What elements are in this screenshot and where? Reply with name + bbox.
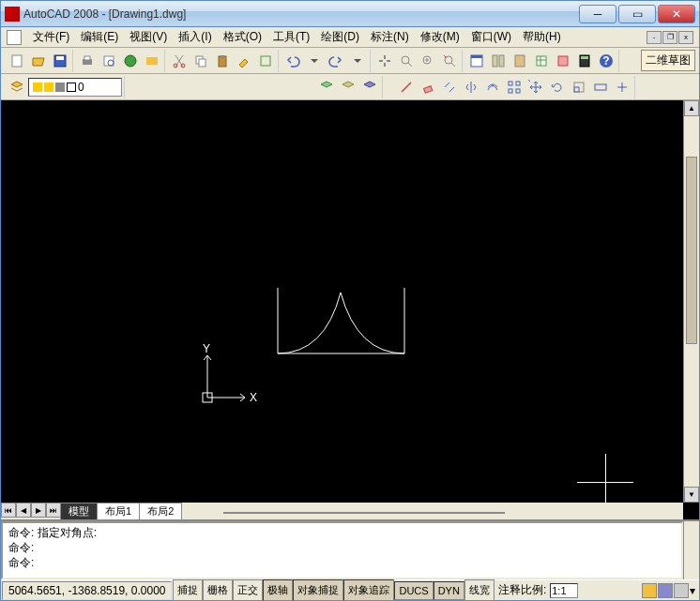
document-icon[interactable] [7,30,22,45]
menu-edit[interactable]: 编辑(E) [75,27,124,47]
paste-button[interactable] [212,51,233,71]
menu-dim[interactable]: 标注(N) [365,27,415,47]
undo-drop-icon[interactable] [304,51,325,71]
erase-button[interactable] [418,77,438,98]
anno-visibility-icon[interactable] [642,583,657,598]
toggle-otrack[interactable]: 对象追踪 [343,579,394,601]
toggle-polar[interactable]: 极轴 [263,579,293,601]
titlebar: AutoCAD 2008 - [Drawing1.dwg] ─ ▭ ✕ [1,1,699,27]
menu-modify[interactable]: 修改(M) [415,27,465,47]
mdi-minimize-button[interactable]: - [647,31,662,44]
svg-text:?: ? [602,54,609,68]
tab-next-button[interactable]: ▶ [31,503,46,518]
mdi-restore-button[interactable]: ❐ [662,31,677,44]
tab-prev-button[interactable]: ◀ [16,503,31,518]
redo-button[interactable] [326,51,346,71]
print-preview-button[interactable] [99,51,119,71]
design-center-button[interactable] [488,51,509,71]
vertical-scrollbar[interactable]: ▲ ▼ [683,100,699,503]
sheet-set-button[interactable] [531,51,552,71]
menu-file[interactable]: 文件(F) [27,27,75,47]
markup-button[interactable] [553,51,573,71]
print-button[interactable] [77,51,98,71]
open-button[interactable] [28,51,49,71]
zoom-window-button[interactable] [418,51,438,71]
anno-autoscale-icon[interactable] [658,583,673,598]
tab-model[interactable]: 模型 [60,503,98,519]
scale-button[interactable] [569,77,589,98]
menu-format[interactable]: 格式(O) [218,27,267,47]
trim-button[interactable] [612,77,632,98]
svg-rect-15 [261,56,270,66]
drawing-content [273,278,414,372]
plot-button[interactable] [142,51,162,71]
tool-palettes-button[interactable] [510,51,530,71]
status-tray-icon[interactable] [674,583,689,598]
toggle-lwt[interactable]: 线宽 [464,579,495,601]
menu-help[interactable]: 帮助(H) [517,27,567,47]
minimize-button[interactable]: ─ [579,5,616,23]
coords-display[interactable]: 5064.5651, -1368.8519, 0.0000 [2,581,172,600]
line-button[interactable] [396,77,417,98]
maximize-button[interactable]: ▭ [618,5,656,23]
move-button[interactable] [525,77,546,98]
layer-manager-button[interactable] [7,77,27,98]
svg-rect-31 [509,82,512,85]
svg-rect-0 [12,55,22,67]
tab-first-button[interactable]: ⏮ [1,503,16,518]
menu-tools[interactable]: 工具(T) [267,27,315,47]
zoom-prev-button[interactable] [439,51,460,71]
stretch-button[interactable] [590,77,611,98]
toggle-ducs[interactable]: DUCS [394,581,433,600]
scroll-thumb-v[interactable] [686,157,697,344]
svg-rect-8 [146,57,158,65]
new-button[interactable] [7,51,27,71]
menu-view[interactable]: 视图(V) [124,27,173,47]
quickcalc-button[interactable] [574,51,595,71]
toggle-grid[interactable]: 栅格 [203,579,233,601]
command-text[interactable]: 命令: 指定对角点: 命令: 命令: [1,521,683,579]
toggle-ortho[interactable]: 正交 [233,579,263,601]
rotate-button[interactable] [547,77,568,98]
tab-layout2[interactable]: 布局2 [139,503,182,519]
workspace-label[interactable]: 二维草图 [641,50,695,71]
scroll-down-icon[interactable]: ▼ [684,487,699,503]
layer-states-button[interactable] [359,77,380,98]
offset-button[interactable] [482,77,503,98]
toggle-osnap[interactable]: 对象捕捉 [293,579,343,601]
menu-draw[interactable]: 绘图(D) [315,27,365,47]
properties-button[interactable] [466,51,487,71]
status-drop-icon[interactable]: ▾ [690,584,695,597]
redo-drop-icon[interactable] [347,51,368,71]
scroll-up-icon[interactable]: ▲ [684,100,699,116]
command-scrollbar[interactable] [683,521,699,579]
close-button[interactable]: ✕ [658,5,695,23]
undo-button[interactable] [282,51,303,71]
menu-window[interactable]: 窗口(W) [465,27,517,47]
toggle-snap[interactable]: 捕捉 [173,579,203,601]
mirror-button[interactable] [461,77,481,98]
drawing-area[interactable]: X Y ▲ ▼ ⏮ ◀ ▶ ⏭ 模型 布局1 布局2 [1,100,699,519]
tab-last-button[interactable]: ⏭ [46,503,61,518]
pan-button[interactable] [374,51,395,71]
array-button[interactable] [504,77,525,98]
menu-insert[interactable]: 插入(I) [173,27,217,47]
save-button[interactable] [50,51,70,71]
match-props-button[interactable] [234,51,254,71]
block-editor-button[interactable] [255,51,276,71]
mdi-close-button[interactable]: x [678,31,693,44]
layer-prev-button[interactable] [316,77,337,98]
copy-obj-button[interactable] [439,77,460,98]
toggle-dyn[interactable]: DYN [434,581,464,600]
layer-dropdown[interactable]: 0 [28,78,122,97]
tab-layout1[interactable]: 布局1 [97,503,140,519]
zoom-rt-button[interactable] [396,51,417,71]
svg-rect-4 [84,56,90,60]
publish-button[interactable] [120,51,141,71]
help-button[interactable]: ? [596,51,616,71]
cut-button[interactable] [169,51,190,71]
copy-button[interactable] [190,51,211,71]
layer-iso-button[interactable] [338,77,358,98]
scroll-thumb-h[interactable] [223,512,505,514]
anno-scale-input[interactable] [550,583,578,598]
